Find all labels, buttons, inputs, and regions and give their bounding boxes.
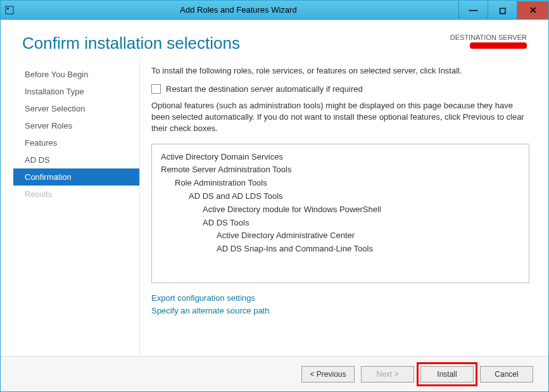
window-title: Add Roles and Features Wizard: [18, 5, 458, 15]
titlebar: Add Roles and Features Wizard — ◻ ✕: [1, 1, 548, 20]
previous-button[interactable]: < Previous: [301, 366, 355, 383]
feature-item: Remote Server Administration Tools: [161, 163, 520, 177]
restart-checkbox-row: Restart the destination server automatic…: [151, 84, 529, 94]
wizard-steps-sidebar: Before You Begin Installation Type Serve…: [13, 58, 140, 356]
step-confirmation[interactable]: Confirmation: [13, 168, 139, 186]
step-server-roles[interactable]: Server Roles: [13, 117, 139, 134]
page-title: Confirm installation selections: [22, 34, 240, 53]
feature-item: Role Administration Tools: [161, 177, 520, 190]
step-features[interactable]: Features: [13, 134, 139, 151]
minimize-button[interactable]: —: [458, 1, 488, 19]
feature-item: Active Directory Domain Services: [161, 151, 520, 164]
optional-features-text: Optional features (such as administratio…: [151, 100, 529, 135]
destination-server-label: DESTINATION SERVER: [450, 34, 527, 41]
intro-text: To install the following roles, role ser…: [151, 66, 529, 75]
svg-rect-1: [7, 8, 9, 9]
body: Before You Begin Installation Type Serve…: [1, 58, 548, 356]
restart-checkbox[interactable]: [151, 84, 161, 94]
step-results: Results: [13, 186, 139, 203]
links-block: Export configuration settings Specify an…: [151, 292, 529, 319]
close-button[interactable]: ✕: [517, 1, 548, 19]
step-installation-type[interactable]: Installation Type: [13, 83, 139, 100]
step-before-you-begin[interactable]: Before You Begin: [13, 66, 139, 83]
wizard-window: Add Roles and Features Wizard — ◻ ✕ Conf…: [0, 0, 549, 392]
window-controls: — ◻ ✕: [458, 1, 548, 19]
cancel-button[interactable]: Cancel: [480, 366, 533, 383]
restart-checkbox-label: Restart the destination server automatic…: [166, 84, 363, 94]
step-ad-ds[interactable]: AD DS: [13, 151, 139, 168]
footer: < Previous Next > Install Cancel: [1, 356, 548, 391]
feature-item: AD DS Snap-Ins and Command-Line Tools: [161, 243, 520, 256]
header: Confirm installation selections DESTINAT…: [1, 20, 548, 58]
export-config-link[interactable]: Export configuration settings: [151, 292, 529, 305]
main-content: To install the following roles, role ser…: [140, 58, 548, 356]
features-list[interactable]: Active Directory Domain Services Remote …: [151, 144, 529, 283]
feature-item: AD DS and AD LDS Tools: [161, 190, 520, 203]
alt-source-link[interactable]: Specify an alternate source path: [151, 305, 529, 318]
install-button[interactable]: Install: [420, 366, 474, 383]
svg-rect-0: [6, 6, 13, 14]
step-server-selection[interactable]: Server Selection: [13, 100, 139, 117]
app-icon: [1, 6, 18, 15]
maximize-button[interactable]: ◻: [488, 1, 517, 19]
destination-server-block: DESTINATION SERVER: [450, 34, 527, 50]
next-button: Next >: [361, 366, 414, 383]
destination-server-name-redacted: [470, 42, 527, 49]
feature-item: Active Directory Administrative Center: [161, 229, 520, 243]
feature-item: AD DS Tools: [161, 217, 520, 230]
feature-item: Active Directory module for Windows Powe…: [161, 203, 520, 217]
